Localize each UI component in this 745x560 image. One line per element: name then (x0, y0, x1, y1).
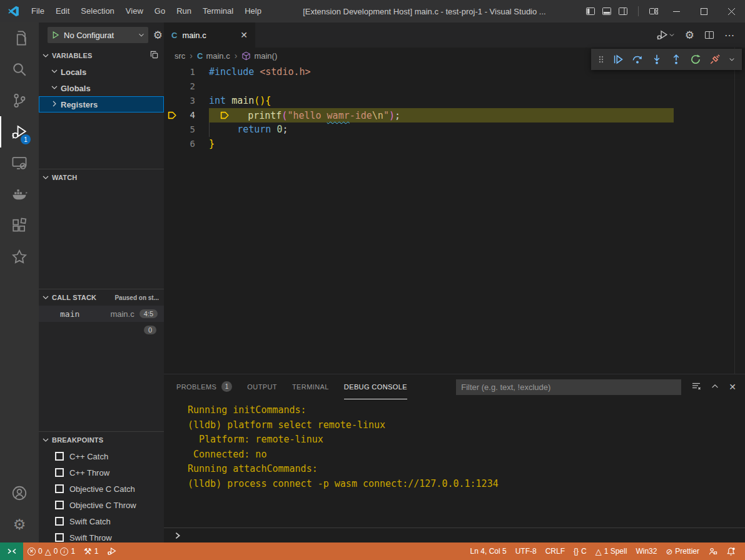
platform-target[interactable]: Win32 (631, 542, 661, 560)
breakpoint-row[interactable]: C++ Catch (39, 448, 164, 464)
formatter-status[interactable]: ⊘Prettier (661, 542, 704, 560)
menu-file[interactable]: File (26, 0, 50, 22)
step-into-icon[interactable] (650, 51, 664, 68)
extensions-icon[interactable] (0, 210, 39, 241)
docker-icon[interactable] (0, 179, 39, 210)
search-icon[interactable] (0, 54, 39, 85)
code-editor[interactable]: 1#include <stdio.h>23int main(){4 printf… (164, 64, 745, 374)
debug-console-output[interactable]: Running initCommands:(lldb) platform sel… (164, 399, 745, 528)
restart-icon[interactable] (689, 51, 702, 68)
breakpoint-row[interactable]: Objective C Catch (39, 481, 164, 497)
call-stack-header[interactable]: CALL STACK Paused on st... (39, 289, 164, 306)
variables-scope-registers[interactable]: Registers (39, 96, 164, 112)
toggle-secondary-sidebar-icon[interactable] (618, 6, 628, 16)
minimize-button[interactable] (662, 0, 690, 22)
variables-header[interactable]: VARIABLES (39, 48, 164, 64)
breakpoint-row[interactable]: Swift Throw (39, 529, 164, 542)
toggle-sidebar-icon[interactable] (585, 6, 595, 16)
variables-scope-locals[interactable]: Locals (39, 64, 164, 80)
notifications-bell[interactable] (722, 542, 740, 560)
tab-main-c[interactable]: C main.c ✕ (164, 22, 255, 48)
debug-status[interactable] (103, 542, 121, 560)
copy-icon[interactable] (150, 50, 159, 61)
run-or-debug-icon[interactable] (656, 29, 675, 41)
toolbar-grip-handle[interactable] (597, 51, 606, 68)
split-editor-icon[interactable] (704, 30, 714, 40)
maximize-panel-icon[interactable] (711, 382, 719, 392)
close-button[interactable] (717, 0, 745, 22)
breakpoint-checkbox[interactable] (55, 517, 64, 526)
explorer-icon[interactable] (0, 22, 39, 54)
cursor-position[interactable]: Ln 4, Col 5 (466, 542, 511, 560)
console-filter-input[interactable] (456, 379, 681, 395)
breakpoint-checkbox[interactable] (55, 452, 64, 461)
menu-help[interactable]: Help (239, 0, 267, 22)
source-control-icon[interactable] (0, 85, 39, 116)
breakpoint-row[interactable]: Swift Catch (39, 513, 164, 529)
debug-config-dropdown[interactable]: No Configurat (48, 27, 148, 43)
breadcrumb-file[interactable]: Cmain.c (197, 51, 230, 61)
tab-close-icon[interactable]: ✕ (240, 30, 248, 40)
breadcrumb-folder[interactable]: src (175, 51, 185, 61)
variables-scope-globals[interactable]: Globals (39, 80, 164, 96)
menu-selection[interactable]: Selection (75, 0, 119, 22)
breakpoint-row[interactable]: C++ Throw (39, 464, 164, 481)
disconnect-icon[interactable] (708, 51, 722, 68)
star-icon[interactable] (0, 241, 39, 272)
panel-tab-label: PROBLEMS (176, 383, 216, 391)
settings-gear-icon[interactable]: ⚙ (0, 509, 39, 540)
tools-status[interactable]: ⚒1 (79, 542, 103, 560)
editor-settings-gear-icon[interactable]: ⚙ (685, 30, 694, 41)
menu-run[interactable]: Run (171, 0, 197, 22)
panel-tab-debug-console[interactable]: DEBUG CONSOLE (344, 374, 407, 399)
menu-terminal[interactable]: Terminal (197, 0, 239, 22)
step-out-icon[interactable] (669, 51, 683, 68)
chevron-down-icon[interactable] (727, 51, 736, 68)
menu-go[interactable]: Go (149, 0, 171, 22)
menu-edit[interactable]: Edit (50, 0, 75, 22)
maximize-button[interactable] (690, 0, 717, 22)
stack-thread-row[interactable]: 0 (39, 322, 164, 338)
code-line-5[interactable]: 5 return 0; (164, 122, 745, 137)
language-mode[interactable]: {}C (569, 542, 591, 560)
encoding[interactable]: UTF-8 (511, 542, 541, 560)
breakpoint-checkbox[interactable] (55, 501, 64, 509)
code-line-4[interactable]: 4 printf("hello wamr-ide\n"); (164, 108, 745, 122)
close-panel-icon[interactable]: ✕ (729, 382, 736, 392)
continue-icon[interactable] (611, 51, 625, 68)
feedback-status[interactable] (704, 542, 722, 560)
breakpoint-checkbox[interactable] (55, 484, 64, 493)
clear-console-icon[interactable] (691, 381, 701, 393)
panel-tab-terminal[interactable]: TERMINAL (292, 374, 329, 399)
variables-section: VARIABLES LocalsGlobalsRegisters (39, 48, 164, 169)
remote-explorer-icon[interactable] (0, 148, 39, 179)
more-actions-icon[interactable]: ⋯ (724, 29, 735, 41)
breakpoint-checkbox[interactable] (55, 468, 64, 477)
step-over-icon[interactable] (631, 51, 644, 68)
breakpoint-checkbox[interactable] (55, 533, 64, 542)
launch-json-gear-icon[interactable]: ⚙ (153, 30, 163, 41)
panel-tab-output[interactable]: OUTPUT (247, 374, 277, 399)
breakpoint-row[interactable]: Objective C Throw (39, 497, 164, 513)
code-line-2[interactable]: 2 (164, 79, 745, 94)
debug-console-input[interactable] (164, 528, 745, 542)
breadcrumb-symbol[interactable]: main() (241, 51, 277, 61)
menu-view[interactable]: View (120, 0, 149, 22)
panel-tab-problems[interactable]: PROBLEMS1 (176, 374, 232, 399)
account-icon[interactable] (0, 478, 39, 509)
remote-indicator[interactable] (0, 542, 23, 560)
toggle-panel-icon[interactable] (602, 6, 612, 16)
gutter-gap (195, 65, 209, 79)
code-line-3[interactable]: 3int main(){ (164, 94, 745, 108)
eol-sequence[interactable]: CRLF (541, 542, 569, 560)
stack-frame-row[interactable]: main main.c 4:5 (39, 306, 164, 322)
run-and-debug-icon[interactable]: 1 (0, 116, 39, 148)
code-line-6[interactable]: 6} (164, 137, 745, 151)
watch-header[interactable]: WATCH (39, 169, 164, 186)
code-token: <stdio.h> (260, 66, 310, 78)
editor-scrollbar[interactable] (734, 48, 735, 374)
breakpoints-header[interactable]: BREAKPOINTS (39, 432, 164, 448)
problems-status[interactable]: ✕0 △0 i1 (23, 542, 79, 560)
spell-checker-status[interactable]: △1 Spell (591, 542, 632, 560)
customize-layout-icon[interactable] (649, 6, 659, 16)
